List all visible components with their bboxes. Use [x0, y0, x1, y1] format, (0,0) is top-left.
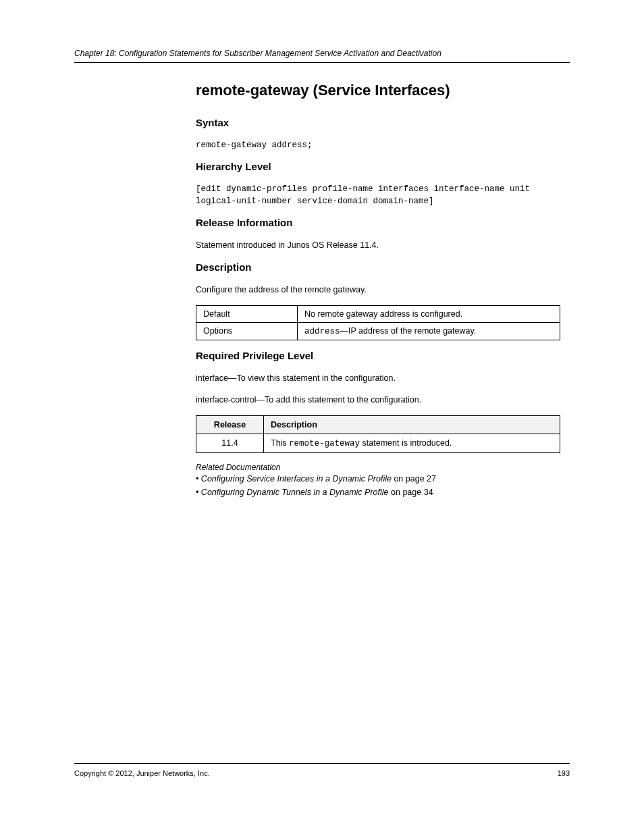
section-description-label: Description	[196, 261, 570, 273]
col-release: Release	[196, 415, 264, 434]
syntax-code: remote-gateway address;	[196, 139, 570, 151]
cell-options-value: address—IP address of the remote gateway…	[298, 322, 560, 340]
related-item-title: Configuring Dynamic Tunnels in a Dynamic…	[201, 488, 389, 497]
desc-pre: This	[271, 438, 289, 448]
related-item: Configuring Dynamic Tunnels in a Dynamic…	[196, 486, 570, 499]
page-footer: Copyright © 2012, Juniper Networks, Inc.…	[74, 763, 570, 777]
table-header-row: Release Description	[196, 415, 560, 434]
hierarchy-code: [edit dynamic-profiles profile-name inte…	[196, 183, 570, 207]
section-release-label: Release Information	[196, 217, 570, 228]
cell-default-label: Default	[196, 305, 298, 322]
options-table: Default No remote gateway address is con…	[196, 305, 560, 340]
release-table: Release Description 11.4 This remote-gat…	[196, 415, 560, 453]
footer-page-number: 193	[558, 769, 570, 777]
required-line-2: interface-control—To add this statement …	[196, 394, 570, 406]
cell-release-desc: This remote-gateway statement is introdu…	[264, 434, 560, 452]
related-item: Configuring Service Interfaces in a Dyna…	[196, 472, 570, 486]
table-row: 11.4 This remote-gateway statement is in…	[196, 434, 560, 452]
release-text: Statement introduced in Junos OS Release…	[196, 239, 570, 251]
header-left: Chapter 18: Configuration Statements for…	[74, 49, 441, 58]
related-doc-label: Related Documentation	[196, 463, 570, 472]
cell-default-value: No remote gateway address is configured.	[298, 305, 560, 322]
related-item-title: Configuring Service Interfaces in a Dyna…	[201, 474, 392, 484]
section-hierarchy-label: Hierarchy Level	[196, 161, 570, 172]
cell-options-label: Options	[196, 322, 298, 340]
description-text: Configure the address of the remote gate…	[196, 284, 570, 296]
section-required-label: Required Privilege Level	[196, 350, 570, 361]
related-item-page-label: on page	[391, 488, 424, 497]
related-item-page-label: on page	[394, 474, 427, 484]
col-description: Description	[264, 415, 560, 434]
section-syntax-label: Syntax	[196, 117, 570, 128]
option-desc: —IP address of the remote gateway.	[340, 326, 477, 336]
related-doc-list: Configuring Service Interfaces in a Dyna…	[196, 472, 570, 499]
desc-stmt: remote-gateway	[289, 439, 360, 448]
option-var: address	[304, 327, 340, 336]
table-row: Default No remote gateway address is con…	[196, 305, 560, 322]
cell-release: 11.4	[196, 434, 264, 452]
related-item-page: 27	[427, 474, 436, 484]
required-line-1: interface—To view this statement in the …	[196, 372, 570, 384]
page-header: Chapter 18: Configuration Statements for…	[74, 49, 570, 63]
footer-copyright: Copyright © 2012, Juniper Networks, Inc.	[74, 769, 210, 777]
table-row: Options address—IP address of the remote…	[196, 322, 560, 340]
desc-post: statement is introduced.	[360, 438, 452, 448]
related-item-page: 34	[424, 488, 433, 497]
page-title: remote-gateway (Service Interfaces)	[196, 82, 570, 99]
